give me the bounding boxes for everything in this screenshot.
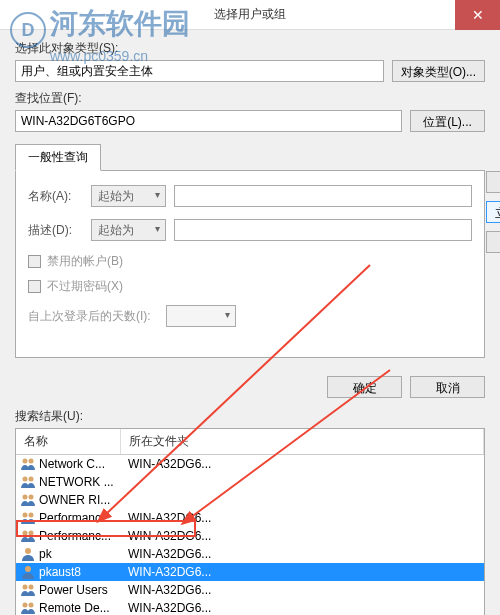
last-logon-label: 自上次登录后的天数(I):	[28, 308, 158, 325]
name-mode-select[interactable]: 起始为	[91, 185, 166, 207]
row-folder: WIN-A32DG6...	[124, 547, 480, 561]
object-type-input[interactable]	[15, 60, 384, 82]
svg-point-7	[29, 495, 34, 500]
group-icon	[20, 492, 36, 508]
svg-point-14	[23, 585, 28, 590]
group-icon	[20, 582, 36, 598]
row-folder: WIN-A32DG6...	[124, 529, 480, 543]
desc-input[interactable]	[174, 219, 472, 241]
group-icon	[20, 456, 36, 472]
svg-point-11	[29, 531, 34, 536]
group-icon	[20, 474, 36, 490]
svg-point-6	[23, 495, 28, 500]
last-logon-select	[166, 305, 236, 327]
list-item[interactable]: NETWORK ...	[16, 473, 484, 491]
group-icon	[20, 528, 36, 544]
location-label: 查找位置(F):	[15, 90, 485, 107]
name-label: 名称(A):	[28, 188, 83, 205]
non-expiring-pw-checkbox[interactable]	[28, 280, 41, 293]
list-item[interactable]: Remote De...WIN-A32DG6...	[16, 599, 484, 615]
disabled-accounts-checkbox[interactable]	[28, 255, 41, 268]
row-folder: WIN-A32DG6...	[124, 565, 480, 579]
svg-point-13	[25, 566, 31, 572]
list-item[interactable]: OWNER RI...	[16, 491, 484, 509]
row-name: pkaust8	[39, 565, 124, 579]
row-folder: WIN-A32DG6...	[124, 511, 480, 525]
object-types-button[interactable]: 对象类型(O)...	[392, 60, 485, 82]
svg-point-3	[29, 459, 34, 464]
content-area: 选择此对象类型(S): 对象类型(O)... 查找位置(F): 位置(L)...…	[0, 30, 500, 615]
list-item[interactable]: Power UsersWIN-A32DG6...	[16, 581, 484, 599]
svg-point-5	[29, 477, 34, 482]
svg-point-12	[25, 548, 31, 554]
find-now-button[interactable]: 立即查找(N)	[486, 201, 500, 223]
row-name: OWNER RI...	[39, 493, 124, 507]
ok-button[interactable]: 确定	[327, 376, 402, 398]
non-expiring-pw-label: 不过期密码(X)	[47, 278, 123, 295]
list-item[interactable]: pkWIN-A32DG6...	[16, 545, 484, 563]
disabled-accounts-label: 禁用的帐户(B)	[47, 253, 123, 270]
svg-point-9	[29, 513, 34, 518]
tab-common-queries[interactable]: 一般性查询	[15, 144, 101, 171]
row-name: pk	[39, 547, 124, 561]
list-header: 名称 所在文件夹	[16, 429, 484, 455]
desc-label: 描述(D):	[28, 222, 83, 239]
svg-point-2	[23, 459, 28, 464]
stop-button[interactable]: 停止(T)	[486, 231, 500, 253]
row-folder: WIN-A32DG6...	[124, 457, 480, 471]
results-label: 搜索结果(U):	[15, 408, 485, 425]
window-title: 选择用户或组	[214, 6, 286, 23]
list-item[interactable]: pkaust8WIN-A32DG6...	[16, 563, 484, 581]
svg-point-4	[23, 477, 28, 482]
header-folder[interactable]: 所在文件夹	[121, 429, 484, 454]
close-button[interactable]: ✕	[455, 0, 500, 30]
user-icon	[20, 564, 36, 580]
header-name[interactable]: 名称	[16, 429, 121, 454]
row-name: NETWORK ...	[39, 475, 124, 489]
name-input[interactable]	[174, 185, 472, 207]
titlebar: 选择用户或组 ✕	[0, 0, 500, 30]
object-type-label: 选择此对象类型(S):	[15, 40, 485, 57]
user-icon	[20, 546, 36, 562]
location-input[interactable]	[15, 110, 402, 132]
row-name: Network C...	[39, 457, 124, 471]
row-name: Performanc...	[39, 529, 124, 543]
tab-body: 名称(A): 起始为 描述(D): 起始为 禁用的帐户(B) 不过期密码(X) …	[15, 170, 485, 358]
desc-mode-select[interactable]: 起始为	[91, 219, 166, 241]
svg-point-16	[23, 603, 28, 608]
row-folder: WIN-A32DG6...	[124, 583, 480, 597]
cancel-button[interactable]: 取消	[410, 376, 485, 398]
results-list[interactable]: 名称 所在文件夹 Network C...WIN-A32DG6...NETWOR…	[15, 428, 485, 615]
svg-point-10	[23, 531, 28, 536]
columns-button[interactable]: 列(C)...	[486, 171, 500, 193]
list-item[interactable]: Performanc...WIN-A32DG6...	[16, 509, 484, 527]
locations-button[interactable]: 位置(L)...	[410, 110, 485, 132]
svg-point-15	[29, 585, 34, 590]
group-icon	[20, 600, 36, 615]
row-name: Performanc...	[39, 511, 124, 525]
group-icon	[20, 510, 36, 526]
row-name: Power Users	[39, 583, 124, 597]
list-item[interactable]: Performanc...WIN-A32DG6...	[16, 527, 484, 545]
row-folder: WIN-A32DG6...	[124, 601, 480, 615]
row-name: Remote De...	[39, 601, 124, 615]
svg-point-17	[29, 603, 34, 608]
svg-point-8	[23, 513, 28, 518]
list-item[interactable]: Network C...WIN-A32DG6...	[16, 455, 484, 473]
